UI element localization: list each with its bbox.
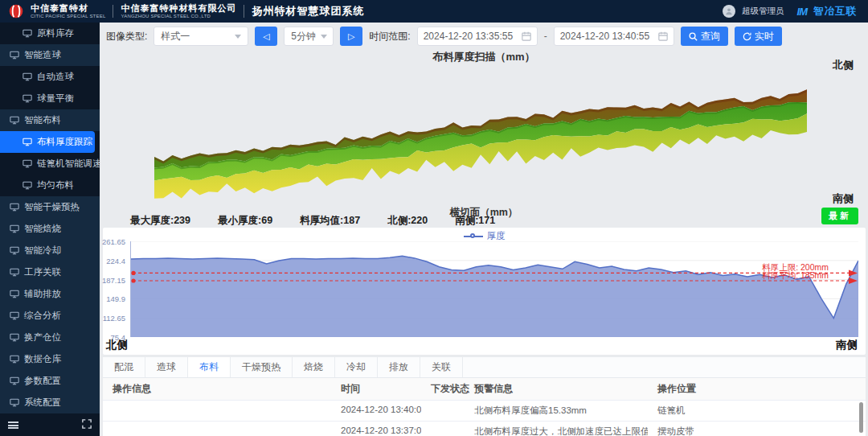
bottom-panel: 配混造球布料干燥预热焙烧冷却排放关联 操作信息时间下发状态预警信息操作位置 20… (103, 357, 866, 436)
tab-冷却[interactable]: 冷却 (335, 357, 378, 377)
monitor-icon (23, 159, 32, 168)
time-from-value: 2024-12-20 13:35:55 (424, 31, 513, 42)
user-name[interactable]: 超级管理员 (742, 6, 784, 17)
sidebar-item-换产仓位[interactable]: 换产仓位 (0, 327, 100, 348)
y-axis-ticks: 261.65224.4187.15149.9112.6575.4 (103, 241, 129, 337)
fullscreen-icon[interactable] (82, 417, 92, 432)
calendar-icon (522, 31, 531, 41)
monitor-icon (10, 398, 19, 407)
tab-关联[interactable]: 关联 (420, 357, 463, 377)
time-range-label: 时间范围: (369, 30, 410, 43)
header-divider (244, 5, 244, 18)
chevron-down-icon (321, 35, 327, 39)
stat-北侧: 北侧:220 (387, 214, 428, 228)
realtime-label: 实时 (755, 30, 774, 43)
stat-南侧: 南侧:171 (455, 214, 495, 228)
column-header-时间: 时间 (331, 378, 421, 400)
tab-焙烧[interactable]: 焙烧 (293, 357, 335, 377)
y-tick-149.9: 149.9 (106, 294, 125, 303)
brand-secondary-cn: 中信泰富特种材料有限公司 (121, 4, 236, 14)
surface-north-label: 北侧 (833, 58, 854, 72)
tab-排放[interactable]: 排放 (378, 357, 420, 377)
sidebar-item-智能焙烧[interactable]: 智能焙烧 (0, 218, 100, 240)
step-forward-button[interactable]: ▷ (340, 27, 362, 46)
image-type-value: 样式一 (161, 30, 190, 43)
legend-series-name: 厚度 (487, 230, 506, 242)
sidebar-item-数据仓库[interactable]: 数据仓库 (0, 348, 100, 370)
sidebar-menu: 原料库存智能造球自动造球球量平衡智能布料布料厚度跟踪链篦机智能调速均匀布料智能干… (0, 23, 100, 413)
user-avatar[interactable] (723, 5, 735, 18)
sidebar-item-智能干燥预热[interactable]: 智能干燥预热 (0, 196, 100, 218)
monitor-icon (10, 246, 19, 255)
stat-最大厚度: 最大厚度:239 (130, 214, 190, 228)
table-row[interactable]: 2024-12-20 13:40:00北侧布料厚度偏高15.33mm链篦机 (103, 401, 866, 422)
realtime-button[interactable]: 实时 (735, 27, 782, 46)
sidebar-item-智能造球[interactable]: 智能造球 (0, 44, 100, 66)
table-cell (103, 422, 331, 436)
monitor-icon (23, 94, 32, 103)
calendar-icon (658, 31, 668, 41)
thickness-plot-area[interactable] (130, 241, 858, 337)
sidebar-item-智能布料[interactable]: 智能布料 (0, 109, 100, 131)
sidebar-item-球量平衡[interactable]: 球量平衡 (0, 88, 100, 109)
sidebar-item-智能冷却[interactable]: 智能冷却 (0, 240, 100, 261)
interval-value: 5分钟 (291, 30, 316, 43)
query-button[interactable]: 查询 (681, 27, 728, 46)
brand-primary-en: CITIC PACIFIC SPECIAL STEEL (31, 14, 105, 19)
y-tick-224.4: 224.4 (106, 256, 125, 265)
cross-section-chart-card: 厚度 261.65224.4187.15149.9112.6575.4 北侧 南… (103, 228, 866, 355)
chart-legend[interactable]: 厚度 (103, 230, 866, 242)
sidebar-footer (0, 413, 100, 436)
monitor-icon (23, 72, 32, 81)
table-row[interactable]: 2024-12-20 13:37:00北侧布料厚度过大，北侧加速度已达上限值，不… (103, 422, 866, 436)
sidebar-item-辅助排放[interactable]: 辅助排放 (0, 283, 100, 305)
time-from-input[interactable]: 2024-12-20 13:35:55 (417, 27, 538, 46)
header-divider (113, 5, 113, 18)
monitor-icon (10, 203, 19, 212)
sidebar: 原料库存智能造球自动造球球量平衡智能布料布料厚度跟踪链篦机智能调速均匀布料智能干… (0, 23, 100, 436)
table-cell: 2024-12-20 13:37:00 (331, 422, 421, 436)
image-type-select[interactable]: 样式一 (154, 27, 248, 46)
sidebar-item-参数配置[interactable]: 参数配置 (0, 370, 100, 392)
sidebar-item-label: 链篦机智能调速 (37, 158, 100, 170)
table-scrollbar[interactable] (859, 402, 863, 433)
sidebar-item-均匀布料[interactable]: 均匀布料 (0, 175, 100, 196)
tab-造球[interactable]: 造球 (145, 357, 188, 377)
sidebar-item-系统配置[interactable]: 系统配置 (0, 392, 100, 413)
image-type-label: 图像类型: (106, 30, 147, 43)
y-tick-112.65: 112.65 (103, 314, 125, 323)
latest-button[interactable]: 最新 (821, 208, 858, 224)
step-back-button[interactable]: ◁ (255, 27, 277, 46)
sidebar-item-链篦机智能调速[interactable]: 链篦机智能调速 (0, 153, 100, 175)
sidebar-item-label: 智能布料 (24, 114, 61, 126)
monitor-icon (23, 181, 32, 190)
thickness-3d-surface[interactable] (135, 68, 826, 206)
brand-secondary-en: YANGZHOU SPECIAL STEEL CO.,LTD (121, 14, 236, 19)
sidebar-item-布料厚度跟踪[interactable]: 布料厚度跟踪 (0, 131, 95, 153)
column-header-下发状态: 下发状态 (421, 378, 465, 400)
table-cell: 链篦机 (648, 401, 866, 421)
monitor-icon (23, 29, 32, 38)
sidebar-item-工序关联[interactable]: 工序关联 (0, 261, 100, 283)
time-to-input[interactable]: 2024-12-20 13:40:55 (554, 27, 674, 46)
tab-配混[interactable]: 配混 (103, 357, 145, 377)
sidebar-item-原料库存[interactable]: 原料库存 (0, 23, 100, 44)
tab-布料[interactable]: 布料 (188, 357, 231, 377)
monitor-icon (10, 376, 19, 385)
y-tick-261.65: 261.65 (102, 237, 125, 246)
sidebar-item-综合分析[interactable]: 综合分析 (0, 305, 100, 327)
sidebar-item-自动造球[interactable]: 自动造球 (0, 66, 100, 88)
column-header-操作信息: 操作信息 (103, 378, 331, 400)
sidebar-item-label: 智能冷却 (24, 245, 61, 257)
tab-干燥预热[interactable]: 干燥预热 (231, 357, 293, 377)
system-title: 扬州特材智慧球团系统 (252, 4, 364, 19)
y-tick-187.15: 187.15 (102, 275, 125, 284)
monitor-icon (10, 116, 19, 125)
collapse-menu-icon[interactable] (8, 422, 18, 429)
interval-select[interactable]: 5分钟 (284, 27, 334, 46)
refresh-icon (743, 32, 751, 41)
brand-primary-cn: 中信泰富特材 (31, 4, 105, 14)
table-cell: 北侧布料厚度过大，北侧加速度已达上限值，不再增速 (465, 422, 648, 436)
table-cell (421, 401, 465, 421)
sidebar-item-label: 自动造球 (37, 71, 74, 83)
